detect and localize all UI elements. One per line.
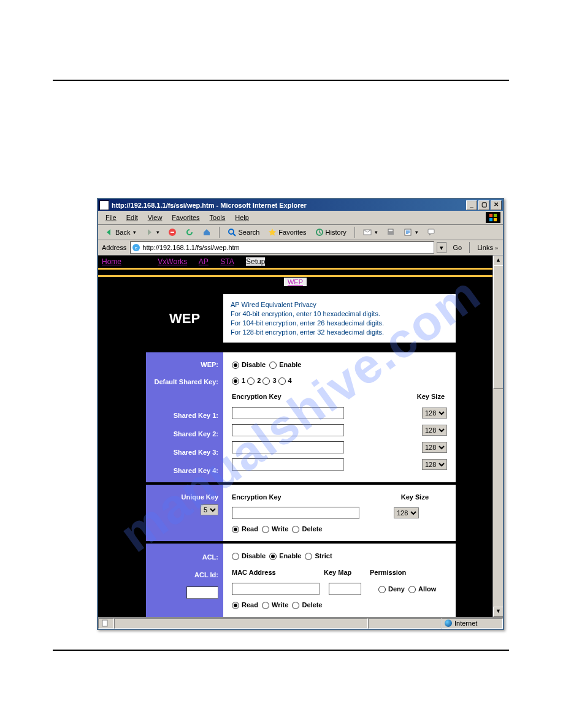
radio-perm-deny-input[interactable]: [378, 586, 386, 593]
back-button[interactable]: Back ▾: [102, 227, 139, 238]
radio-perm-allow[interactable]: Allow: [408, 585, 436, 593]
radio-default-3-input[interactable]: [262, 377, 270, 385]
menu-favorites[interactable]: Favorites: [167, 213, 204, 222]
scroll-thumb[interactable]: [493, 265, 504, 389]
nav-stripe: [98, 268, 492, 277]
radio-perm-deny[interactable]: Deny: [378, 585, 405, 593]
print-button[interactable]: [383, 227, 398, 238]
edit-dropdown-icon[interactable]: ▾: [415, 229, 418, 235]
shared-key-2-input[interactable]: [232, 424, 344, 436]
radio-unique-delete[interactable]: Delete: [292, 525, 322, 533]
radio-wep-disable[interactable]: Disable: [232, 361, 266, 369]
discuss-button[interactable]: [424, 227, 439, 238]
radio-default-2[interactable]: 2: [247, 377, 261, 385]
radio-wep-enable-input[interactable]: [269, 362, 277, 369]
radio-acl-disable[interactable]: Disable: [232, 552, 266, 560]
search-button[interactable]: Search: [224, 227, 262, 238]
forward-dropdown-icon[interactable]: ▾: [156, 229, 159, 235]
radio-default-1[interactable]: 1: [232, 377, 245, 385]
unique-key-input[interactable]: [232, 507, 359, 519]
radio-acl-write-input[interactable]: [262, 602, 269, 609]
mac-address-input[interactable]: [232, 583, 320, 595]
shared-key-3-size[interactable]: 128: [422, 442, 447, 453]
radio-unique-write-input[interactable]: [262, 526, 269, 533]
vertical-scrollbar[interactable]: ▲ ▼: [492, 256, 503, 617]
menu-view[interactable]: View: [143, 213, 167, 222]
radio-acl-delete[interactable]: Delete: [292, 601, 322, 609]
radio-wep-disable-input[interactable]: [232, 362, 239, 369]
subnav-wep[interactable]: WEP: [284, 278, 307, 286]
minimize-button[interactable]: _: [466, 200, 477, 210]
home-button[interactable]: [199, 227, 214, 238]
acl-panel: ACL: ACL Id: Disable Enable Strict MAC A…: [146, 544, 456, 617]
unique-key-body: Encryption Key Key Size 128 Read Write D…: [223, 485, 456, 541]
radio-default-1-input[interactable]: [232, 377, 239, 385]
radio-perm-allow-input[interactable]: [408, 586, 416, 593]
shared-key-4-input[interactable]: [232, 458, 344, 471]
radio-acl-enable-input[interactable]: [269, 553, 277, 560]
unique-key-select[interactable]: 5: [201, 504, 218, 515]
shared-key-3-input[interactable]: [232, 441, 344, 453]
unique-key-size[interactable]: 128: [394, 507, 419, 518]
scroll-down-button[interactable]: ▼: [493, 607, 504, 617]
shared-key-1-size[interactable]: 128: [422, 408, 447, 419]
radio-acl-disable-input[interactable]: [232, 553, 239, 560]
titlebar[interactable]: http://192.168.1.1/fs/ssi/wep.htm - Micr…: [98, 199, 503, 211]
address-dropdown-icon[interactable]: ▾: [437, 242, 446, 253]
stop-button[interactable]: [165, 227, 180, 238]
stop-icon: [168, 228, 177, 237]
radio-acl-read[interactable]: Read: [232, 601, 258, 609]
nav-ap[interactable]: AP: [199, 257, 209, 266]
address-bar: Address e http://192.168.1.1/fs/ssi/wep.…: [98, 240, 503, 256]
radio-acl-strict[interactable]: Strict: [305, 552, 332, 560]
address-input[interactable]: e http://192.168.1.1/fs/ssi/wep.htm: [130, 241, 434, 254]
favorites-button[interactable]: Favorites: [265, 227, 309, 238]
back-dropdown-icon[interactable]: ▾: [133, 229, 136, 235]
radio-acl-read-input[interactable]: [232, 602, 239, 609]
status-spacer: [368, 618, 442, 629]
history-button[interactable]: History: [312, 227, 350, 238]
close-button[interactable]: ✕: [491, 200, 502, 210]
go-button[interactable]: Go: [449, 244, 465, 251]
maximize-button[interactable]: ▢: [478, 200, 489, 210]
menu-tools[interactable]: Tools: [205, 213, 231, 222]
back-arrow-icon: [105, 228, 113, 237]
radio-default-3[interactable]: 3: [262, 377, 276, 385]
shared-key-1-input[interactable]: [232, 407, 344, 419]
col-encryption-key: Encryption Key: [232, 393, 282, 400]
ie-window: http://192.168.1.1/fs/ssi/wep.htm - Micr…: [97, 198, 504, 630]
radio-default-4-input[interactable]: [278, 377, 286, 385]
radio-unique-delete-input[interactable]: [292, 526, 299, 533]
mail-dropdown-icon[interactable]: ▾: [375, 229, 378, 235]
radio-default-2-input[interactable]: [247, 377, 255, 385]
refresh-button[interactable]: [182, 227, 197, 238]
label-acl: ACL:: [148, 551, 218, 563]
radio-default-4[interactable]: 4: [278, 377, 292, 385]
nav-vxworks[interactable]: VxWorks: [158, 257, 187, 266]
shared-key-4-size[interactable]: 128: [422, 459, 447, 470]
nav-sta[interactable]: STA: [220, 257, 234, 266]
forward-button[interactable]: ▾: [142, 227, 163, 238]
acl-id-input[interactable]: [186, 586, 218, 599]
radio-acl-write[interactable]: Write: [262, 601, 288, 609]
nav-setup[interactable]: Setup: [246, 257, 265, 266]
edit-button[interactable]: ▾: [400, 227, 421, 238]
shared-key-2-size[interactable]: 128: [422, 425, 447, 436]
mail-button[interactable]: ▾: [360, 227, 381, 238]
radio-unique-write[interactable]: Write: [262, 525, 288, 533]
menu-edit[interactable]: Edit: [121, 213, 143, 222]
radio-acl-strict-input[interactable]: [305, 553, 312, 560]
radio-unique-read-input[interactable]: [232, 526, 239, 533]
key-map-input[interactable]: [329, 583, 361, 595]
acl-body: Disable Enable Strict MAC Address Key Ma…: [223, 544, 456, 617]
scroll-up-button[interactable]: ▲: [493, 256, 504, 266]
radio-acl-delete-input[interactable]: [292, 602, 299, 609]
radio-wep-enable[interactable]: Enable: [269, 361, 301, 369]
back-label: Back: [115, 229, 130, 236]
radio-acl-enable[interactable]: Enable: [269, 552, 301, 560]
radio-unique-read[interactable]: Read: [232, 525, 258, 533]
links-button[interactable]: Links »: [475, 244, 500, 251]
menu-help[interactable]: Help: [230, 213, 254, 222]
menu-file[interactable]: File: [101, 213, 121, 222]
nav-home[interactable]: Home: [102, 257, 121, 266]
